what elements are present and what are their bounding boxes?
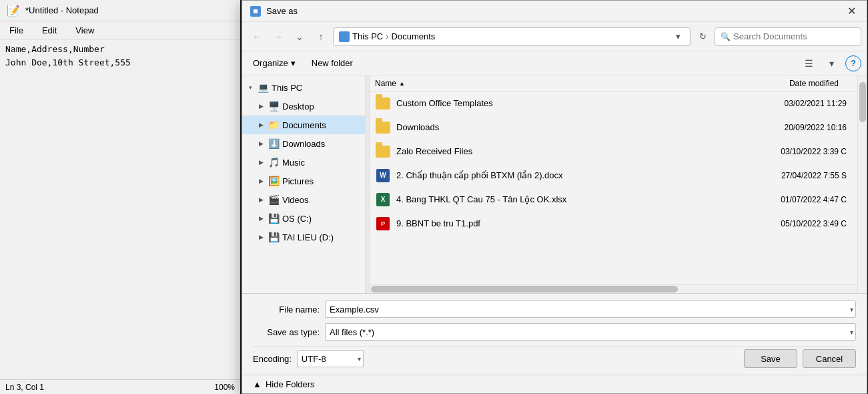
- dialog-title-icon: [250, 6, 261, 17]
- organize-label: Organize: [253, 58, 288, 68]
- address-documents: Documents: [392, 31, 436, 41]
- filename-input[interactable]: [325, 301, 856, 318]
- expand-desktop-icon: ▶: [256, 101, 266, 112]
- encoding-label: Encoding:: [253, 354, 292, 364]
- tree-item-desktop[interactable]: ▶ 🖥️ Desktop: [242, 97, 365, 116]
- organize-arrow-icon: ▾: [291, 58, 296, 68]
- recent-locations-button[interactable]: ⌄: [290, 27, 309, 46]
- tree-item-pictures[interactable]: ▶ 🖼️ Pictures: [242, 172, 365, 190]
- column-name-header[interactable]: Name ▲: [375, 79, 745, 88]
- hide-folders-chevron-icon: ▲: [253, 379, 262, 389]
- address-path: This PC › Documents: [352, 31, 669, 41]
- tree-label-music: Music: [281, 158, 305, 168]
- save-as-dialog: Save as ✕ ← → ⌄ ↑ This PC › Documents ▾ …: [242, 0, 867, 394]
- file-item-word[interactable]: W 2. Chấp thuận cấp phối BTXM (lần 2).do…: [370, 164, 857, 188]
- downloads-icon: ⬇️: [268, 138, 280, 150]
- search-input[interactable]: [733, 31, 855, 41]
- hide-folders-label: Hide Folders: [266, 379, 315, 389]
- save-button[interactable]: Save: [744, 349, 797, 368]
- filename-label: File name:: [253, 305, 320, 315]
- organize-button[interactable]: Organize ▾: [248, 55, 301, 72]
- file-list-header: Name ▲ Date modified: [370, 75, 857, 91]
- dialog-title-text: Save as: [266, 6, 831, 16]
- tailieu-icon: 💾: [268, 231, 280, 243]
- up-button[interactable]: ↑: [312, 27, 330, 46]
- view-options-button[interactable]: ☰: [800, 55, 817, 72]
- file-name-downloads-folder: Downloads: [396, 122, 740, 132]
- address-bar-icon: [339, 31, 350, 42]
- dialog-titlebar: Save as ✕: [242, 1, 867, 22]
- filetype-input[interactable]: [325, 323, 856, 341]
- notepad-menu-view[interactable]: View: [71, 24, 98, 37]
- refresh-button[interactable]: ↻: [693, 27, 712, 46]
- file-date-word: 27/04/2022 7:55 S: [745, 171, 852, 180]
- view-dropdown-button[interactable]: ▾: [823, 55, 840, 72]
- file-list: Custom Office Templates 03/02/2021 11:29…: [370, 91, 857, 284]
- tree-item-videos[interactable]: ▶ 🎬 Videos: [242, 190, 365, 209]
- tree-item-this-pc[interactable]: ▾ 💻 This PC: [242, 78, 365, 97]
- new-folder-button[interactable]: New folder: [306, 55, 358, 72]
- close-button[interactable]: ✕: [836, 1, 867, 22]
- address-bar[interactable]: This PC › Documents ▾: [333, 27, 691, 46]
- tree-item-documents[interactable]: ▶ 📁 Documents: [242, 116, 365, 134]
- file-date-zalo: 03/10/2022 3:39 C: [745, 147, 852, 156]
- expand-documents-icon: ▶: [256, 120, 266, 130]
- help-button[interactable]: ?: [845, 55, 861, 71]
- tree-item-osc[interactable]: ▶ 💾 OS (C:): [242, 209, 365, 228]
- vscrollbar-thumb: [859, 82, 866, 122]
- documents-icon: 📁: [268, 119, 280, 131]
- osc-icon: 💾: [268, 212, 280, 224]
- file-date-pdf: 05/10/2022 3:49 C: [745, 219, 852, 228]
- file-item-excel[interactable]: X 4. Bang THKL QT Cau 75 - Tân Lộc OK.xl…: [370, 188, 857, 212]
- file-item-downloads-folder[interactable]: Downloads 20/09/2022 10:16: [370, 116, 857, 140]
- tree-item-downloads[interactable]: ▶ ⬇️ Downloads: [242, 134, 365, 153]
- notepad-menu-file[interactable]: File: [5, 24, 27, 37]
- notepad-menu-edit[interactable]: Edit: [38, 24, 61, 37]
- notepad-line1: Name,Address,Number: [5, 43, 235, 56]
- notepad-title: *Untitled - Notepad: [25, 5, 99, 15]
- column-sort-icon: ▲: [399, 80, 405, 87]
- expand-tailieu-icon: ▶: [256, 232, 266, 242]
- filetype-input-wrap: ▾: [325, 323, 856, 341]
- cancel-button[interactable]: Cancel: [803, 349, 856, 368]
- tree-item-tailieu[interactable]: ▶ 💾 TAI LIEU (D:): [242, 228, 365, 246]
- excel-file-icon: X: [375, 192, 391, 208]
- notepad-menubar: File Edit View: [0, 21, 240, 40]
- form-bottom-row: Encoding: UTF-8 UTF-16 ANSI ▾ Save Cance…: [253, 346, 856, 368]
- expand-downloads-icon: ▶: [256, 138, 266, 149]
- notepad-titlebar: 📝 *Untitled - Notepad: [0, 0, 240, 21]
- horizontal-scrollbar[interactable]: [370, 284, 857, 293]
- desktop-icon: 🖥️: [268, 100, 280, 112]
- tree-label-osc: OS (C:): [281, 214, 312, 224]
- dialog-toolbar2: Organize ▾ New folder ☰ ▾ ?: [242, 51, 867, 75]
- file-item-pdf[interactable]: P 9. BBNT be tru T1.pdf 05/10/2022 3:49 …: [370, 212, 857, 236]
- svg-rect-1: [254, 9, 258, 13]
- file-item-zalo[interactable]: Zalo Received Files 03/10/2022 3:39 C: [370, 140, 857, 164]
- folder-tree: ▾ 💻 This PC ▶ 🖥️ Desktop ▶ 📁 Documents ▶…: [242, 75, 366, 293]
- file-name-custom-office: Custom Office Templates: [396, 98, 740, 108]
- tree-label-desktop: Desktop: [281, 102, 314, 112]
- tree-label-videos: Videos: [281, 195, 309, 205]
- encoding-wrap: UTF-8 UTF-16 ANSI ▾: [297, 350, 364, 367]
- notepad-statusbar: Ln 3, Col 1 100%: [0, 379, 240, 394]
- vertical-scrollbar[interactable]: [857, 75, 867, 293]
- pdf-file-icon: P: [375, 216, 391, 232]
- back-button[interactable]: ←: [248, 27, 266, 46]
- search-bar[interactable]: 🔍: [715, 27, 861, 46]
- music-icon: 🎵: [268, 156, 280, 168]
- forward-button[interactable]: →: [269, 27, 288, 46]
- file-item-custom-office[interactable]: Custom Office Templates 03/02/2021 11:29: [370, 91, 857, 116]
- filename-input-wrap: ▾: [325, 301, 856, 318]
- file-list-area: Name ▲ Date modified Custom Office Templ…: [370, 75, 857, 293]
- tree-label-documents: Documents: [281, 120, 326, 130]
- tree-item-music[interactable]: ▶ 🎵 Music: [242, 153, 365, 172]
- encoding-select[interactable]: UTF-8 UTF-16 ANSI: [297, 350, 364, 367]
- column-date-header[interactable]: Date modified: [745, 79, 852, 88]
- hide-folders-row[interactable]: ▲ Hide Folders: [242, 375, 867, 393]
- address-dropdown-button[interactable]: ▾: [671, 27, 685, 46]
- word-file-icon: W: [375, 168, 391, 184]
- notepad-content: Name,Address,Number John Doe,10th Street…: [0, 40, 240, 71]
- tree-label-this-pc: This PC: [270, 83, 302, 93]
- filetype-row: Save as type: ▾: [253, 323, 856, 341]
- address-sep1: ›: [386, 31, 388, 41]
